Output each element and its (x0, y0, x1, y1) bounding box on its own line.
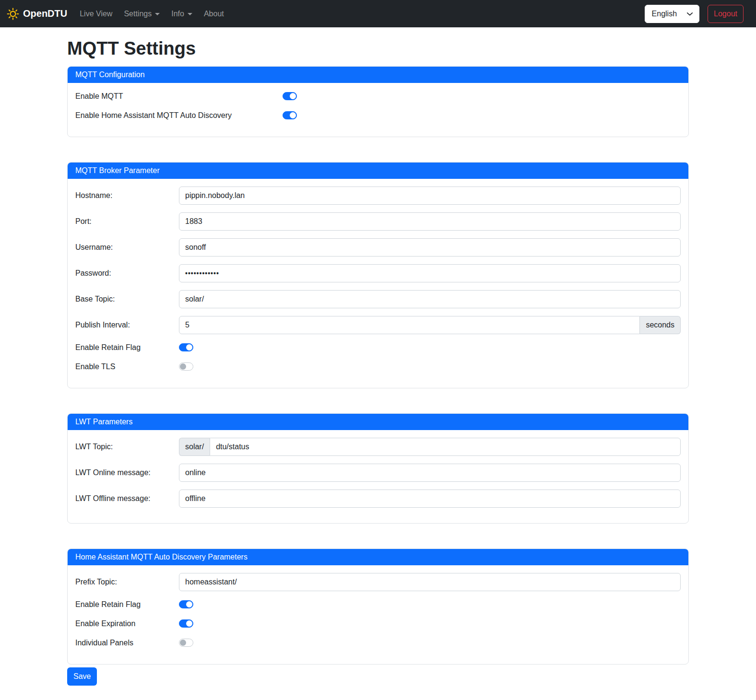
language-select[interactable]: English (645, 5, 699, 23)
toggle-knob (290, 93, 296, 99)
lwt-online-message-label: LWT Online message: (75, 468, 179, 477)
lwt-topic-input[interactable] (210, 438, 681, 456)
page-title: MQTT Settings (67, 38, 689, 60)
enable-retain-flag-label: Enable Retain Flag (75, 343, 179, 352)
base-topic-label: Base Topic: (75, 295, 179, 303)
brand-label: OpenDTU (23, 8, 67, 19)
nav-item-live-view[interactable]: Live View (75, 6, 117, 22)
hass-enable-retain-flag-label: Enable Retain Flag (75, 600, 179, 609)
toggle-knob (290, 112, 296, 118)
publish-interval-input[interactable] (179, 316, 640, 334)
enable-retain-flag-toggle[interactable] (179, 343, 193, 351)
nav-item-label: Live View (80, 10, 112, 18)
hostname-label: Hostname: (75, 191, 179, 200)
sun-icon (7, 8, 19, 20)
lwt-parameters-card: LWT Parameters LWT Topic: solar/ LWT Onl… (67, 413, 689, 524)
nav-item-label: Info (171, 10, 184, 18)
card-header-hass-discovery: Home Assistant MQTT Auto Discovery Param… (68, 549, 688, 565)
hass-enable-retain-flag-toggle[interactable] (179, 600, 193, 608)
lwt-topic-label: LWT Topic: (75, 443, 179, 451)
lwt-offline-message-input[interactable] (179, 490, 681, 508)
card-header-mqtt-broker-parameter: MQTT Broker Parameter (68, 163, 688, 179)
base-topic-input[interactable] (179, 290, 681, 308)
individual-panels-label: Individual Panels (75, 639, 179, 647)
enable-mqtt-toggle[interactable] (283, 92, 297, 100)
password-input[interactable] (179, 264, 681, 282)
lwt-offline-message-label: LWT Offline message: (75, 494, 179, 503)
prefix-topic-label: Prefix Topic: (75, 578, 179, 586)
nav-item-about[interactable]: About (200, 6, 228, 22)
card-body: Prefix Topic: Enable Retain Flag Enable … (68, 565, 688, 664)
username-label: Username: (75, 243, 179, 252)
mqtt-broker-parameter-card: MQTT Broker Parameter Hostname: Port: Us… (67, 162, 689, 388)
language-selected-label: English (652, 10, 677, 18)
toggle-knob (180, 363, 186, 370)
nav-links: Live View Settings Info About (74, 6, 230, 22)
save-button[interactable]: Save (67, 667, 97, 686)
chevron-down-icon (686, 11, 693, 17)
nav-item-settings[interactable]: Settings (119, 6, 164, 22)
toggle-knob (186, 620, 192, 627)
enable-ha-discovery-label: Enable Home Assistant MQTT Auto Discover… (75, 111, 283, 120)
brand-link[interactable]: OpenDTU (7, 8, 67, 20)
port-input[interactable] (179, 212, 681, 231)
individual-panels-toggle[interactable] (179, 639, 193, 647)
top-navbar: OpenDTU Live View Settings Info About En… (0, 0, 756, 27)
toggle-knob (186, 344, 192, 350)
nav-item-label: About (204, 10, 224, 18)
hostname-input[interactable] (179, 187, 681, 205)
chevron-down-icon (155, 13, 160, 15)
card-header-mqtt-configuration: MQTT Configuration (68, 67, 688, 83)
chevron-down-icon (188, 13, 192, 15)
card-body: Enable MQTT Enable Home Assistant MQTT A… (68, 83, 688, 137)
port-label: Port: (75, 217, 179, 226)
enable-expiration-toggle[interactable] (179, 619, 193, 628)
prefix-topic-input[interactable] (179, 573, 681, 591)
publish-interval-label: Publish Interval: (75, 321, 179, 329)
username-input[interactable] (179, 238, 681, 257)
publish-interval-unit: seconds (640, 316, 681, 334)
enable-expiration-label: Enable Expiration (75, 619, 179, 628)
card-body: Hostname: Port: Username: Password: (68, 179, 688, 388)
main-container: MQTT Settings MQTT Configuration Enable … (67, 38, 689, 696)
password-label: Password: (75, 269, 179, 278)
card-body: LWT Topic: solar/ LWT Online message: LW… (68, 430, 688, 523)
enable-ha-discovery-toggle[interactable] (283, 111, 297, 119)
mqtt-configuration-card: MQTT Configuration Enable MQTT Enable Ho… (67, 66, 689, 137)
toggle-knob (186, 601, 192, 607)
lwt-topic-prefix: solar/ (179, 438, 210, 456)
enable-mqtt-label: Enable MQTT (75, 92, 283, 101)
card-header-lwt-parameters: LWT Parameters (68, 414, 688, 430)
toggle-knob (180, 640, 186, 646)
nav-item-label: Settings (124, 10, 152, 18)
nav-item-info[interactable]: Info (167, 6, 197, 22)
enable-tls-label: Enable TLS (75, 362, 179, 371)
logout-button[interactable]: Logout (708, 5, 744, 23)
lwt-online-message-input[interactable] (179, 464, 681, 482)
hass-discovery-parameters-card: Home Assistant MQTT Auto Discovery Param… (67, 548, 689, 665)
enable-tls-toggle[interactable] (179, 362, 193, 371)
